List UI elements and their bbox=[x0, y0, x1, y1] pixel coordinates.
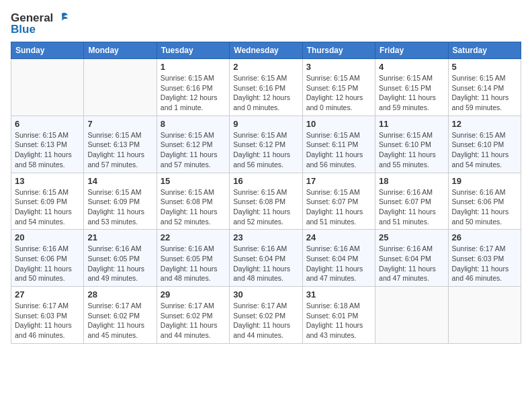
day-info: Sunrise: 6:15 AMSunset: 6:13 PMDaylight:… bbox=[87, 130, 152, 170]
calendar-cell: 25Sunrise: 6:16 AMSunset: 6:04 PMDayligh… bbox=[375, 230, 448, 287]
day-number: 20 bbox=[15, 232, 80, 242]
calendar-cell: 26Sunrise: 6:17 AMSunset: 6:03 PMDayligh… bbox=[448, 230, 521, 287]
calendar-cell: 27Sunrise: 6:17 AMSunset: 6:03 PMDayligh… bbox=[11, 287, 84, 344]
day-number: 31 bbox=[306, 289, 371, 300]
day-number: 28 bbox=[87, 289, 152, 300]
logo-blue-text: Blue bbox=[11, 23, 36, 36]
calendar-cell: 16Sunrise: 6:15 AMSunset: 6:08 PMDayligh… bbox=[230, 173, 302, 230]
day-info: Sunrise: 6:18 AMSunset: 6:01 PMDaylight:… bbox=[306, 301, 371, 340]
day-number: 26 bbox=[452, 232, 517, 242]
day-header-friday: Friday bbox=[375, 42, 448, 59]
day-header-tuesday: Tuesday bbox=[157, 42, 229, 59]
calendar-table: SundayMondayTuesdayWednesdayThursdayFrid… bbox=[11, 42, 521, 344]
calendar-header-row: SundayMondayTuesdayWednesdayThursdayFrid… bbox=[11, 42, 521, 59]
day-info: Sunrise: 6:16 AMSunset: 6:06 PMDaylight:… bbox=[15, 244, 80, 283]
day-info: Sunrise: 6:15 AMSunset: 6:16 PMDaylight:… bbox=[233, 73, 298, 113]
day-info: Sunrise: 6:15 AMSunset: 6:11 PMDaylight:… bbox=[306, 130, 371, 170]
day-info: Sunrise: 6:15 AMSunset: 6:09 PMDaylight:… bbox=[15, 187, 80, 227]
calendar-cell bbox=[448, 287, 521, 344]
calendar-cell: 20Sunrise: 6:16 AMSunset: 6:06 PMDayligh… bbox=[11, 230, 84, 287]
calendar-cell bbox=[84, 59, 157, 116]
day-number: 17 bbox=[306, 176, 371, 186]
day-number: 9 bbox=[233, 119, 298, 129]
day-header-thursday: Thursday bbox=[302, 42, 375, 59]
day-info: Sunrise: 6:16 AMSunset: 6:04 PMDaylight:… bbox=[233, 244, 298, 283]
day-info: Sunrise: 6:17 AMSunset: 6:03 PMDaylight:… bbox=[15, 301, 80, 340]
day-number: 22 bbox=[161, 232, 226, 242]
day-number: 29 bbox=[161, 289, 226, 300]
calendar-cell bbox=[375, 287, 448, 344]
calendar-cell: 24Sunrise: 6:16 AMSunset: 6:04 PMDayligh… bbox=[302, 230, 375, 287]
day-header-wednesday: Wednesday bbox=[230, 42, 302, 59]
day-number: 24 bbox=[306, 232, 371, 242]
day-number: 3 bbox=[306, 62, 371, 72]
day-number: 2 bbox=[233, 62, 298, 72]
day-info: Sunrise: 6:15 AMSunset: 6:10 PMDaylight:… bbox=[452, 130, 517, 170]
calendar-cell: 15Sunrise: 6:15 AMSunset: 6:08 PMDayligh… bbox=[157, 173, 229, 230]
day-info: Sunrise: 6:17 AMSunset: 6:03 PMDaylight:… bbox=[452, 244, 517, 283]
calendar-cell: 31Sunrise: 6:18 AMSunset: 6:01 PMDayligh… bbox=[302, 287, 375, 344]
day-info: Sunrise: 6:16 AMSunset: 6:04 PMDaylight:… bbox=[306, 244, 371, 283]
calendar-cell: 22Sunrise: 6:16 AMSunset: 6:05 PMDayligh… bbox=[157, 230, 229, 287]
day-header-saturday: Saturday bbox=[448, 42, 521, 59]
day-info: Sunrise: 6:17 AMSunset: 6:02 PMDaylight:… bbox=[87, 301, 152, 340]
day-info: Sunrise: 6:15 AMSunset: 6:15 PMDaylight:… bbox=[306, 73, 371, 113]
day-info: Sunrise: 6:15 AMSunset: 6:09 PMDaylight:… bbox=[87, 187, 152, 227]
calendar-cell: 19Sunrise: 6:16 AMSunset: 6:06 PMDayligh… bbox=[448, 173, 521, 230]
day-info: Sunrise: 6:15 AMSunset: 6:16 PMDaylight:… bbox=[161, 73, 226, 113]
day-header-sunday: Sunday bbox=[11, 42, 84, 59]
day-number: 13 bbox=[15, 176, 80, 186]
day-number: 18 bbox=[379, 176, 444, 186]
day-info: Sunrise: 6:17 AMSunset: 6:02 PMDaylight:… bbox=[161, 301, 226, 340]
day-info: Sunrise: 6:16 AMSunset: 6:06 PMDaylight:… bbox=[452, 187, 517, 227]
calendar-cell: 6Sunrise: 6:15 AMSunset: 6:13 PMDaylight… bbox=[11, 116, 84, 173]
calendar-week-4: 27Sunrise: 6:17 AMSunset: 6:03 PMDayligh… bbox=[11, 287, 521, 344]
calendar-cell: 1Sunrise: 6:15 AMSunset: 6:16 PMDaylight… bbox=[157, 59, 229, 116]
day-number: 10 bbox=[306, 119, 371, 129]
calendar-cell: 10Sunrise: 6:15 AMSunset: 6:11 PMDayligh… bbox=[302, 116, 375, 173]
calendar-cell: 3Sunrise: 6:15 AMSunset: 6:15 PMDaylight… bbox=[302, 59, 375, 116]
day-number: 5 bbox=[452, 62, 517, 72]
day-info: Sunrise: 6:16 AMSunset: 6:05 PMDaylight:… bbox=[161, 244, 226, 283]
calendar-week-3: 20Sunrise: 6:16 AMSunset: 6:06 PMDayligh… bbox=[11, 230, 521, 287]
calendar-week-0: 1Sunrise: 6:15 AMSunset: 6:16 PMDaylight… bbox=[11, 59, 521, 116]
calendar-cell bbox=[11, 59, 84, 116]
calendar-week-2: 13Sunrise: 6:15 AMSunset: 6:09 PMDayligh… bbox=[11, 173, 521, 230]
calendar-cell: 21Sunrise: 6:16 AMSunset: 6:05 PMDayligh… bbox=[84, 230, 157, 287]
day-info: Sunrise: 6:15 AMSunset: 6:15 PMDaylight:… bbox=[379, 73, 444, 113]
calendar-cell: 8Sunrise: 6:15 AMSunset: 6:12 PMDaylight… bbox=[157, 116, 229, 173]
day-info: Sunrise: 6:15 AMSunset: 6:14 PMDaylight:… bbox=[452, 73, 517, 113]
day-info: Sunrise: 6:16 AMSunset: 6:07 PMDaylight:… bbox=[379, 187, 444, 227]
day-number: 11 bbox=[379, 119, 444, 129]
day-header-monday: Monday bbox=[84, 42, 157, 59]
day-number: 8 bbox=[161, 119, 226, 129]
calendar-week-1: 6Sunrise: 6:15 AMSunset: 6:13 PMDaylight… bbox=[11, 116, 521, 173]
calendar-cell: 18Sunrise: 6:16 AMSunset: 6:07 PMDayligh… bbox=[375, 173, 448, 230]
day-info: Sunrise: 6:15 AMSunset: 6:08 PMDaylight:… bbox=[233, 187, 298, 227]
day-info: Sunrise: 6:15 AMSunset: 6:12 PMDaylight:… bbox=[233, 130, 298, 170]
calendar-cell: 2Sunrise: 6:15 AMSunset: 6:16 PMDaylight… bbox=[230, 59, 302, 116]
calendar-cell: 12Sunrise: 6:15 AMSunset: 6:10 PMDayligh… bbox=[448, 116, 521, 173]
day-number: 25 bbox=[379, 232, 444, 242]
calendar-cell: 14Sunrise: 6:15 AMSunset: 6:09 PMDayligh… bbox=[84, 173, 157, 230]
day-number: 7 bbox=[87, 119, 152, 129]
page-header: General Blue bbox=[11, 11, 521, 36]
calendar-cell: 5Sunrise: 6:15 AMSunset: 6:14 PMDaylight… bbox=[448, 59, 521, 116]
day-info: Sunrise: 6:15 AMSunset: 6:08 PMDaylight:… bbox=[161, 187, 226, 227]
day-number: 4 bbox=[379, 62, 444, 72]
day-number: 12 bbox=[452, 119, 517, 129]
day-info: Sunrise: 6:15 AMSunset: 6:12 PMDaylight:… bbox=[161, 130, 226, 170]
day-number: 1 bbox=[161, 62, 226, 72]
day-number: 15 bbox=[161, 176, 226, 186]
calendar-cell: 9Sunrise: 6:15 AMSunset: 6:12 PMDaylight… bbox=[230, 116, 302, 173]
day-info: Sunrise: 6:16 AMSunset: 6:05 PMDaylight:… bbox=[87, 244, 152, 283]
calendar-cell: 4Sunrise: 6:15 AMSunset: 6:15 PMDaylight… bbox=[375, 59, 448, 116]
calendar-cell: 13Sunrise: 6:15 AMSunset: 6:09 PMDayligh… bbox=[11, 173, 84, 230]
day-info: Sunrise: 6:15 AMSunset: 6:13 PMDaylight:… bbox=[15, 130, 80, 170]
calendar-cell: 7Sunrise: 6:15 AMSunset: 6:13 PMDaylight… bbox=[84, 116, 157, 173]
day-number: 23 bbox=[233, 232, 298, 242]
day-number: 19 bbox=[452, 176, 517, 186]
calendar-cell: 29Sunrise: 6:17 AMSunset: 6:02 PMDayligh… bbox=[157, 287, 229, 344]
day-number: 30 bbox=[233, 289, 298, 300]
day-info: Sunrise: 6:15 AMSunset: 6:07 PMDaylight:… bbox=[306, 187, 371, 227]
